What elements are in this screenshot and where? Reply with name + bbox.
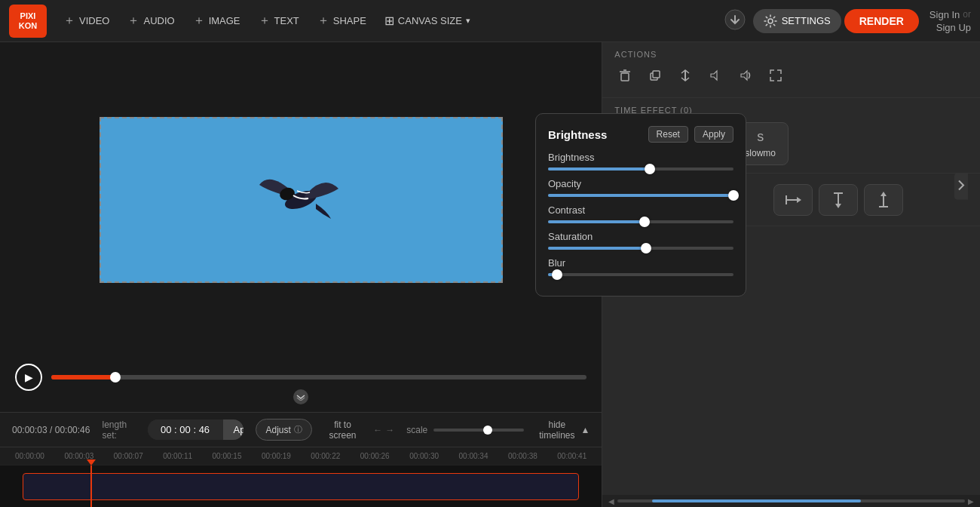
canvas-icon: ⊞ (384, 14, 394, 28)
delete-action-button[interactable] (614, 65, 635, 90)
fit-screen-button[interactable]: fit to screen (324, 419, 361, 441)
saturation-slider-fill (548, 247, 646, 250)
settings-gear-icon (764, 14, 777, 28)
ruler-mark-7: 00:00:26 (360, 452, 390, 460)
ruler-mark-5: 00:00:19 (262, 452, 291, 460)
svg-rect-8 (653, 71, 660, 78)
text-button[interactable]: ＋ TEXT (251, 8, 307, 33)
transition-slide-up-button[interactable] (864, 184, 903, 216)
bottom-scroll-bar: ◀ ▶ (602, 495, 980, 507)
time-input[interactable] (148, 419, 223, 440)
preview-area (0, 42, 602, 358)
adjust-label: Adjust (265, 425, 290, 435)
canvas-size-label: CANVAS SIZE (398, 15, 462, 26)
ruler-mark-10: 00:00:38 (508, 452, 537, 460)
saturation-slider-thumb[interactable] (641, 243, 651, 254)
contrast-slider-fill (548, 220, 645, 223)
render-button[interactable]: RENDER (844, 9, 919, 33)
ruler-mark-3: 00:00:11 (163, 452, 192, 460)
expand-panel-button[interactable] (954, 174, 968, 200)
playhead (90, 466, 92, 507)
duplicate-action-button[interactable] (645, 65, 666, 90)
save-icon (724, 9, 746, 30)
audio-button[interactable]: ＋ AUDIO (120, 8, 182, 33)
split-action-button[interactable] (675, 65, 696, 90)
apply-button[interactable]: Apply (223, 419, 244, 440)
slide-right-icon (785, 193, 801, 207)
video-button[interactable]: ＋ VIDEO (56, 8, 117, 33)
current-time: 00:00:03 (12, 425, 47, 435)
play-icon: ▶ (25, 371, 33, 383)
bird-graphic (225, 147, 376, 253)
saturation-slider-track[interactable] (548, 247, 733, 250)
zoom-handle[interactable] (293, 389, 308, 404)
progress-track[interactable] (51, 375, 586, 379)
opacity-slider-thumb[interactable] (728, 190, 739, 201)
image-button[interactable]: ＋ IMAGE (185, 8, 248, 33)
opacity-slider-group: Opacity (548, 178, 733, 197)
svg-rect-4 (621, 73, 629, 81)
progress-thumb (110, 372, 121, 383)
audio-label: AUDIO (143, 15, 174, 26)
left-panel: ▶ 00:00:03 / 00:00:46 length se (0, 42, 602, 507)
slide-up-icon (877, 192, 890, 208)
contrast-slider-track[interactable] (548, 220, 733, 223)
ruler-mark-9: 00:00:34 (459, 452, 488, 460)
contrast-slider-group: Contrast (548, 204, 733, 223)
transition-slide-down-button[interactable] (819, 184, 858, 216)
scroll-right-arrow[interactable]: ▶ (968, 497, 974, 505)
brightness-slider-thumb[interactable] (645, 164, 655, 174)
hide-timelines-button[interactable]: hide timelines ▲ (536, 419, 590, 441)
brightness-slider-track[interactable] (548, 167, 733, 171)
bp-apply-button[interactable]: Apply (694, 126, 733, 143)
fullscreen-button[interactable] (765, 65, 786, 90)
plus-shape-icon: ＋ (317, 13, 329, 29)
opacity-slider-track[interactable] (548, 194, 733, 197)
play-button[interactable]: ▶ (15, 364, 42, 391)
bp-header: Brightness Reset Apply (548, 126, 733, 143)
saturation-slider-label: Saturation (548, 231, 733, 242)
brightness-slider-label: Brightness (548, 152, 733, 163)
chevron-up-icon: ▲ (580, 425, 590, 435)
hide-timelines-label: hide timelines (536, 419, 577, 441)
shape-button[interactable]: ＋ SHAPE (310, 8, 374, 33)
bp-title: Brightness (548, 128, 642, 141)
blur-slider-thumb[interactable] (552, 269, 562, 280)
scale-track[interactable] (433, 429, 524, 432)
svg-marker-18 (835, 204, 841, 208)
plus-text-icon: ＋ (259, 13, 271, 29)
contrast-slider-label: Contrast (548, 204, 733, 216)
timeline-track (0, 465, 602, 507)
arrow-right-icon: → (385, 425, 394, 435)
blur-slider-track[interactable] (548, 273, 733, 276)
info-icon: ⓘ (294, 424, 302, 435)
ruler-mark-2: 00:00:07 (114, 452, 143, 460)
time-input-group: Apply (148, 419, 244, 440)
settings-label: SETTINGS (782, 15, 831, 26)
sign-up-link[interactable]: Sign Up (936, 22, 971, 33)
image-label: IMAGE (209, 15, 240, 26)
scroll-left-arrow[interactable]: ◀ (608, 497, 614, 505)
saturation-slider-group: Saturation (548, 231, 733, 250)
sign-in-link[interactable]: Sign In (929, 9, 960, 20)
adjust-button[interactable]: Adjust ⓘ (256, 419, 311, 441)
save-button[interactable] (720, 5, 750, 37)
horizontal-scroll-track[interactable] (617, 499, 965, 502)
ruler-mark-4: 00:00:15 (213, 452, 242, 460)
svg-marker-15 (797, 197, 801, 203)
volume-down-button[interactable] (705, 65, 726, 90)
bp-reset-button[interactable]: Reset (648, 126, 688, 143)
contrast-slider-thumb[interactable] (639, 217, 650, 227)
volume-up-button[interactable] (735, 65, 756, 90)
settings-button[interactable]: SETTINGS (753, 9, 841, 33)
video-label: VIDEO (79, 15, 109, 26)
timeline-clip[interactable] (23, 473, 579, 500)
transition-slide-right-button[interactable] (773, 184, 813, 216)
text-label: TEXT (274, 15, 299, 26)
ruler-mark-11: 00:00:41 (557, 452, 586, 460)
length-set-label: length set: (102, 419, 135, 441)
canvas-size-chevron-icon: ▾ (466, 16, 470, 26)
canvas-size-button[interactable]: ⊞ CANVAS SIZE ▾ (377, 9, 478, 32)
plus-audio-icon: ＋ (127, 13, 139, 29)
brightness-panel: Brightness Reset Apply Brightness Opacit… (535, 113, 746, 297)
